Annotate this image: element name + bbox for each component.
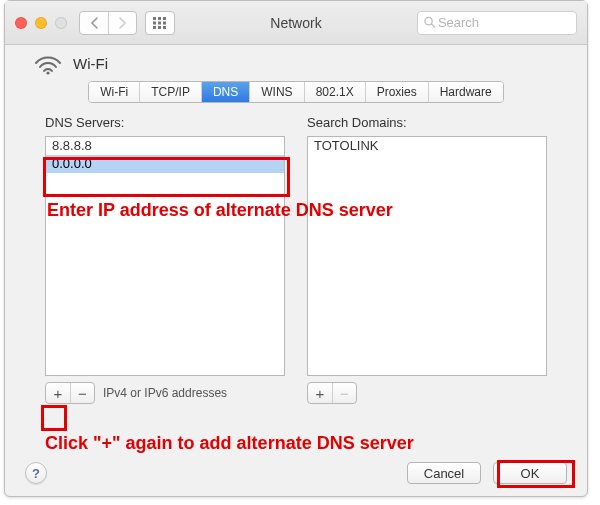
tab-hardware[interactable]: Hardware <box>429 82 503 102</box>
tab-wins[interactable]: WINS <box>250 82 304 102</box>
search-field-wrap[interactable] <box>417 11 577 35</box>
tab-row: Wi-Fi TCP/IP DNS WINS 802.1X Proxies Har… <box>5 79 587 115</box>
dns-remove-button[interactable]: − <box>70 383 94 403</box>
search-input[interactable] <box>436 14 570 31</box>
list-item[interactable]: TOTOLINK <box>308 137 546 155</box>
list-item[interactable]: 0.0.0.0 <box>46 155 284 173</box>
connection-header: Wi-Fi <box>5 45 587 79</box>
svg-rect-2 <box>163 17 166 20</box>
nav-buttons <box>79 11 137 35</box>
wifi-icon <box>33 51 63 75</box>
footer: ? Cancel OK <box>25 462 567 484</box>
traffic-lights <box>15 17 67 29</box>
annotation-box-plus <box>41 405 67 431</box>
search-domains-label: Search Domains: <box>307 115 547 130</box>
help-button[interactable]: ? <box>25 462 47 484</box>
dns-servers-column: DNS Servers: 8.8.8.8 0.0.0.0 + − IPv4 or… <box>45 115 285 404</box>
dns-plus-minus: + − <box>45 382 95 404</box>
svg-rect-3 <box>153 21 156 24</box>
connection-name: Wi-Fi <box>73 55 108 72</box>
show-all-button[interactable] <box>145 11 175 35</box>
ok-button[interactable]: OK <box>493 462 567 484</box>
domains-remove-button[interactable]: − <box>332 383 356 403</box>
svg-rect-8 <box>163 26 166 29</box>
svg-point-11 <box>46 71 49 74</box>
dns-controls: + − IPv4 or IPv6 addresses <box>45 382 285 404</box>
back-button[interactable] <box>80 12 108 34</box>
svg-rect-5 <box>163 21 166 24</box>
tab-8021x[interactable]: 802.1X <box>305 82 366 102</box>
svg-rect-6 <box>153 26 156 29</box>
search-domains-list[interactable]: TOTOLINK <box>307 136 547 376</box>
search-domains-column: Search Domains: TOTOLINK + − <box>307 115 547 404</box>
dns-servers-label: DNS Servers: <box>45 115 285 130</box>
svg-point-9 <box>425 17 432 24</box>
domains-controls: + − <box>307 382 547 404</box>
svg-rect-0 <box>153 17 156 20</box>
svg-line-10 <box>431 24 435 28</box>
titlebar: Network <box>5 1 587 45</box>
tab-wifi[interactable]: Wi-Fi <box>89 82 140 102</box>
network-window: Network Wi-Fi Wi-Fi TCP/IP DNS WINS 802.… <box>4 0 588 497</box>
forward-button[interactable] <box>108 12 136 34</box>
domains-add-button[interactable]: + <box>308 383 332 403</box>
cancel-button[interactable]: Cancel <box>407 462 481 484</box>
close-window-button[interactable] <box>15 17 27 29</box>
list-item[interactable]: 8.8.8.8 <box>46 137 284 155</box>
dns-hint: IPv4 or IPv6 addresses <box>103 386 227 400</box>
svg-rect-1 <box>158 17 161 20</box>
zoom-window-button[interactable] <box>55 17 67 29</box>
domains-plus-minus: + − <box>307 382 357 404</box>
svg-rect-7 <box>158 26 161 29</box>
annotation-text-2: Click "+" again to add alternate DNS ser… <box>45 433 414 454</box>
svg-rect-4 <box>158 21 161 24</box>
dns-servers-list[interactable]: 8.8.8.8 0.0.0.0 <box>45 136 285 376</box>
tabs: Wi-Fi TCP/IP DNS WINS 802.1X Proxies Har… <box>88 81 503 103</box>
tab-proxies[interactable]: Proxies <box>366 82 429 102</box>
dns-panel: DNS Servers: 8.8.8.8 0.0.0.0 + − IPv4 or… <box>5 115 587 404</box>
minimize-window-button[interactable] <box>35 17 47 29</box>
tab-tcpip[interactable]: TCP/IP <box>140 82 202 102</box>
dns-add-button[interactable]: + <box>46 383 70 403</box>
search-icon <box>424 16 436 29</box>
tab-dns[interactable]: DNS <box>202 82 250 102</box>
